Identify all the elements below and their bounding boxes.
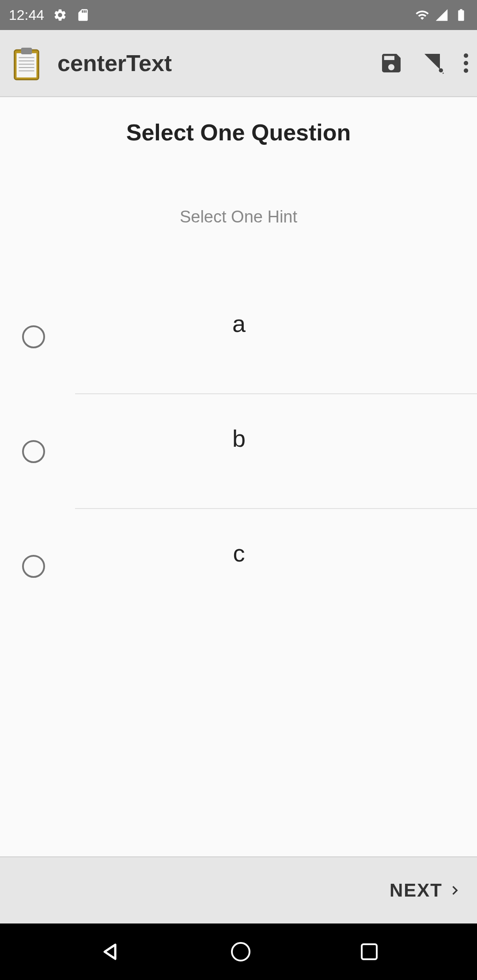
- next-button[interactable]: NEXT: [390, 880, 464, 901]
- content-area: Select One Question Select One Hint a b …: [0, 97, 477, 856]
- status-bar: 12:44: [0, 0, 477, 30]
- sd-card-icon: [76, 8, 90, 22]
- battery-icon: [454, 8, 468, 22]
- option-label: b: [45, 425, 455, 452]
- more-icon[interactable]: [464, 51, 468, 75]
- back-icon[interactable]: [99, 941, 121, 962]
- next-label: NEXT: [390, 880, 443, 901]
- option-row-a[interactable]: a: [0, 279, 477, 394]
- svg-rect-1: [17, 53, 37, 78]
- gear-icon: [53, 8, 67, 22]
- wifi-icon: [415, 8, 429, 22]
- status-time: 12:44: [9, 7, 44, 23]
- save-icon[interactable]: [379, 51, 404, 75]
- recent-icon[interactable]: [361, 943, 378, 960]
- action-icons: [379, 51, 468, 75]
- radio-icon[interactable]: [22, 325, 45, 348]
- signal-icon: [435, 8, 449, 22]
- option-row-c[interactable]: c: [0, 509, 477, 624]
- status-right: [415, 8, 468, 22]
- nav-bar: [0, 923, 477, 980]
- app-title: centerText: [57, 50, 379, 76]
- go-to-icon[interactable]: [421, 51, 446, 75]
- options-container: a b c: [0, 279, 477, 624]
- footer-bar: NEXT: [0, 856, 477, 923]
- hint-text: Select One Hint: [0, 207, 477, 226]
- svg-rect-2: [21, 48, 32, 54]
- svg-point-8: [439, 68, 443, 72]
- option-label: a: [45, 310, 455, 337]
- radio-icon[interactable]: [22, 555, 45, 578]
- question-title: Select One Question: [0, 119, 477, 146]
- app-bar: centerText: [0, 30, 477, 97]
- option-label: c: [45, 539, 455, 567]
- chevron-right-icon: [446, 882, 464, 899]
- status-left: 12:44: [9, 7, 90, 23]
- clipboard-icon: [9, 45, 44, 81]
- option-row-b[interactable]: b: [0, 394, 477, 509]
- radio-icon[interactable]: [22, 440, 45, 463]
- home-icon[interactable]: [231, 942, 250, 961]
